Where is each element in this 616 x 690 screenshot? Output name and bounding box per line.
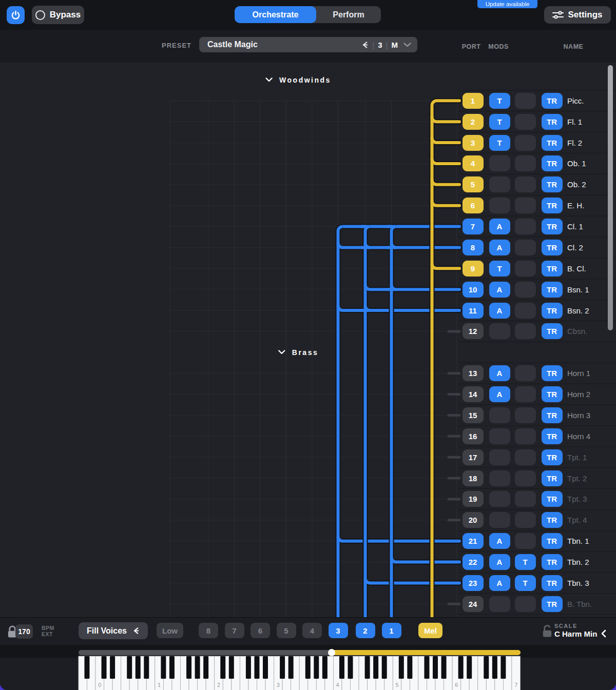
port-badge-13[interactable]: 13 [463, 365, 484, 381]
piano-key-black[interactable] [467, 656, 472, 679]
tab-orchestrate[interactable]: Orchestrate [235, 6, 316, 23]
mod-badge-11[interactable] [515, 303, 536, 319]
voice-mode-badge-21[interactable]: A [489, 533, 510, 549]
tab-perform[interactable]: Perform [316, 6, 381, 23]
piano-key-black[interactable] [102, 656, 107, 679]
tr-badge-1[interactable]: TR [542, 93, 563, 109]
piano-key-black[interactable] [382, 656, 387, 679]
piano-key-black[interactable] [373, 656, 378, 679]
port-badge-8[interactable]: 8 [463, 240, 484, 255]
piano-key-black[interactable] [203, 656, 208, 679]
voice-mode-badge-22[interactable]: A [489, 554, 510, 570]
piano-key-black[interactable] [424, 656, 429, 679]
piano-key-black[interactable] [220, 656, 225, 679]
port-badge-22[interactable]: 22 [463, 554, 484, 570]
tr-badge-24[interactable]: TR [542, 596, 563, 612]
piano-key-black[interactable] [484, 656, 489, 679]
settings-button[interactable]: Settings [544, 6, 611, 24]
mod-badge-3[interactable] [515, 135, 536, 151]
mod-badge-13[interactable] [515, 365, 536, 381]
piano-key-black[interactable] [314, 656, 319, 679]
mod-badge-8[interactable] [515, 240, 536, 255]
voice-mode-badge-15[interactable] [489, 407, 510, 423]
voice-mode-badge-18[interactable] [489, 470, 510, 486]
port-badge-11[interactable]: 11 [463, 303, 484, 319]
tr-badge-14[interactable]: TR [542, 386, 563, 402]
keyboard-range-active[interactable] [329, 650, 521, 655]
power-button[interactable] [7, 6, 25, 24]
piano-key-black[interactable] [195, 656, 200, 679]
voice-mode-badge-2[interactable]: T [489, 114, 510, 130]
voice-mode-badge-9[interactable]: T [489, 261, 510, 277]
voice-mode-badge-24[interactable] [489, 596, 510, 612]
mod-badge-5[interactable] [515, 176, 536, 192]
voice-mode-badge-11[interactable]: A [489, 303, 510, 319]
mod-badge-9[interactable] [515, 261, 536, 277]
voice-mode-badge-19[interactable] [489, 491, 510, 507]
mod-badge-16[interactable] [515, 428, 536, 444]
piano-key-black[interactable] [348, 656, 353, 679]
mod-badge-15[interactable] [515, 407, 536, 423]
voice-mode-badge-16[interactable] [489, 428, 510, 444]
section-header-woodwinds[interactable]: Woodwinds [265, 76, 331, 84]
voice-mode-badge-1[interactable]: T [489, 93, 510, 109]
voice-mode-badge-5[interactable] [489, 176, 510, 192]
tr-badge-13[interactable]: TR [542, 365, 563, 381]
tr-badge-5[interactable]: TR [542, 176, 563, 192]
piano-key-black[interactable] [229, 656, 234, 679]
piano-key-black[interactable] [169, 656, 175, 679]
mod-badge-2[interactable] [515, 114, 536, 130]
tr-badge-17[interactable]: TR [542, 449, 563, 465]
port-badge-17[interactable]: 17 [463, 449, 484, 465]
port-badge-14[interactable]: 14 [463, 386, 484, 402]
port-badge-10[interactable]: 10 [463, 282, 484, 298]
tr-badge-21[interactable]: TR [542, 533, 563, 549]
piano-key-black[interactable] [84, 656, 89, 679]
mod-badge-17[interactable] [515, 449, 536, 465]
voice-mode-badge-7[interactable]: A [489, 219, 510, 234]
port-badge-1[interactable]: 1 [463, 93, 484, 109]
tr-badge-19[interactable]: TR [542, 491, 563, 507]
mod-badge-18[interactable] [515, 470, 536, 486]
tr-badge-4[interactable]: TR [542, 155, 563, 171]
voice-mode-badge-23[interactable]: A [489, 575, 510, 591]
scrollbar-thumb[interactable] [608, 65, 613, 330]
voice-mode-badge-17[interactable] [489, 449, 510, 465]
port-badge-9[interactable]: 9 [463, 261, 484, 277]
piano-key-black[interactable] [254, 656, 259, 679]
port-badge-4[interactable]: 4 [463, 155, 484, 171]
mod-badge-4[interactable] [515, 155, 536, 171]
port-badge-7[interactable]: 7 [463, 219, 484, 234]
mod-badge-1[interactable] [515, 93, 536, 109]
port-badge-5[interactable]: 5 [463, 176, 484, 192]
piano-key-black[interactable] [186, 656, 191, 679]
piano-key-black[interactable] [305, 656, 311, 679]
bypass-button[interactable]: Bypass [32, 6, 84, 24]
update-available-badge[interactable]: Update available [477, 0, 537, 8]
preset-prev-icon[interactable] [362, 42, 369, 48]
tr-badge-2[interactable]: TR [542, 114, 563, 130]
piano-key-black[interactable] [407, 656, 412, 679]
piano-key-black[interactable] [322, 656, 328, 679]
mod-badge-14[interactable] [515, 386, 536, 402]
mod-badge-19[interactable] [515, 491, 536, 507]
piano-key-black[interactable] [136, 656, 141, 679]
mod-badge-6[interactable] [515, 198, 536, 213]
mod-badge-20[interactable] [515, 512, 536, 528]
port-badge-18[interactable]: 18 [463, 470, 484, 486]
mod-badge-7[interactable] [515, 219, 536, 234]
piano-key-black[interactable] [144, 656, 149, 679]
piano-key-black[interactable] [433, 656, 438, 679]
piano-key-black[interactable] [246, 656, 251, 679]
piano-key-black[interactable] [280, 656, 285, 679]
tr-badge-18[interactable]: TR [542, 470, 563, 486]
port-badge-15[interactable]: 15 [463, 407, 484, 423]
mod-badge-22[interactable]: T [515, 554, 536, 570]
piano-key-black[interactable] [161, 656, 166, 679]
voice-mode-badge-4[interactable] [489, 155, 510, 171]
keyboard-range-handle[interactable] [328, 649, 335, 656]
mod-badge-10[interactable] [515, 282, 536, 298]
port-badge-19[interactable]: 19 [463, 491, 484, 507]
port-badge-21[interactable]: 21 [463, 533, 484, 549]
piano-key-black[interactable] [127, 656, 132, 679]
